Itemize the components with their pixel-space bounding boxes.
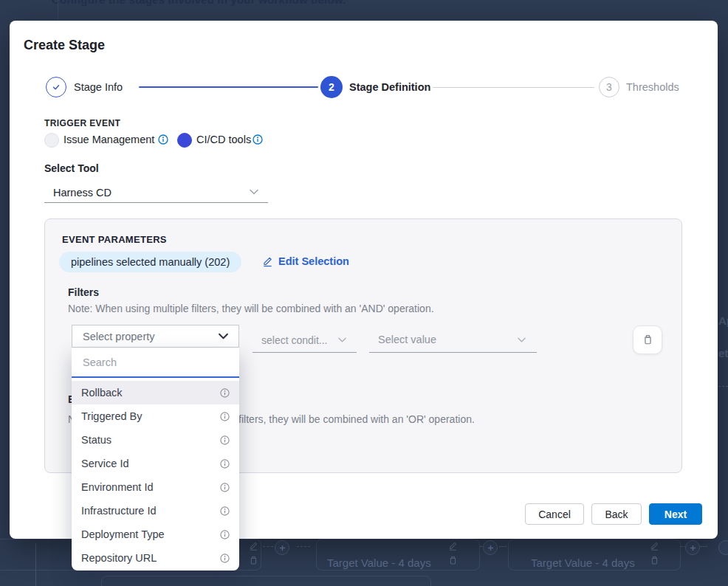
trigger-event-label: TRIGGER EVENT (44, 118, 120, 128)
value-select[interactable]: Select value (378, 334, 436, 345)
info-icon[interactable] (220, 435, 230, 445)
chevron-down-icon (219, 333, 228, 339)
check-icon (51, 82, 61, 92)
dropdown-item-triggered-by[interactable]: Triggered By (72, 404, 239, 428)
select-tool-label: Select Tool (44, 162, 99, 174)
step-1-label[interactable]: Stage Info (74, 81, 123, 93)
add-stage-button (275, 540, 289, 555)
property-dropdown: Rollback Triggered By Status Service Id … (72, 348, 239, 571)
edit-icon (262, 255, 273, 267)
add-stage-button (718, 540, 728, 555)
workflow-card-row2 (101, 576, 431, 586)
dropdown-item-environment-id[interactable]: Environment Id (72, 475, 239, 499)
event-parameters-heading: EVENT PARAMETERS (62, 234, 167, 245)
edit-selection-button[interactable]: Edit Selection (262, 255, 349, 267)
edit-icon (448, 541, 458, 551)
cancel-button[interactable]: Cancel (525, 503, 584, 525)
trash-icon (650, 556, 659, 565)
info-icon[interactable] (220, 506, 230, 516)
radio-cicd-tools[interactable] (177, 133, 192, 148)
radio-issue-management[interactable] (44, 133, 59, 148)
dropdown-list: Rollback Triggered By Status Service Id … (72, 378, 239, 570)
dropdown-item-repository-url[interactable]: Repository URL (72, 546, 239, 570)
background-card-edge (58, 0, 58, 21)
property-select[interactable]: Select property (72, 325, 239, 348)
trash-icon (642, 334, 653, 345)
info-icon[interactable] (220, 530, 230, 540)
select-tool-underline (44, 202, 268, 203)
info-icon[interactable] (220, 483, 230, 492)
modal-title: Create Stage (24, 38, 105, 53)
value-select-underline (369, 352, 537, 353)
info-icon[interactable] (220, 412, 230, 421)
select-tool-value[interactable]: Harness CD (53, 187, 111, 199)
edit-icon (650, 541, 659, 551)
connector-dash (499, 546, 506, 547)
edit-icon (249, 541, 258, 551)
radio-issue-management-label[interactable]: Issue Management (63, 134, 154, 145)
connector-dash (263, 546, 273, 547)
connector-dash (718, 386, 728, 387)
filters-note: Note: When using multiple filters, they … (68, 303, 434, 314)
background-page-heading: Configure the stages involved in your wo… (52, 0, 346, 6)
condition-select-underline (253, 352, 357, 353)
dropdown-item-rollback[interactable]: Rollback (72, 381, 239, 404)
dropdown-search[interactable] (72, 348, 239, 378)
condition-select[interactable]: select condit... (261, 334, 328, 346)
info-icon[interactable] (158, 134, 168, 145)
delete-filter-button[interactable] (633, 325, 662, 354)
next-button[interactable]: Next (649, 503, 702, 525)
info-icon[interactable] (220, 554, 230, 563)
trash-icon (448, 556, 458, 565)
info-icon[interactable] (220, 459, 230, 469)
stepper-connector-done (139, 86, 318, 88)
chevron-down-icon[interactable] (518, 337, 526, 342)
background-text-fragment: Ap (718, 314, 728, 327)
add-stage-button (483, 540, 498, 555)
filters-heading: Filters (68, 286, 99, 298)
connector-dash (297, 546, 310, 547)
search-input[interactable] (81, 356, 230, 369)
step-3-circle: 3 (599, 77, 619, 97)
back-button[interactable]: Back (591, 503, 642, 525)
info-icon[interactable] (220, 388, 230, 398)
step-3-label: Thresholds (626, 81, 679, 93)
dropdown-item-infrastructure-id[interactable]: Infrastructure Id (72, 499, 239, 523)
dropdown-item-status[interactable]: Status (72, 428, 239, 452)
screen: Configure the stages involved in your wo… (0, 0, 728, 586)
background-text-fragment: et (718, 347, 728, 359)
edit-selection-label: Edit Selection (278, 255, 349, 267)
dropdown-item-service-id[interactable]: Service Id (72, 452, 239, 475)
add-stage-button (685, 540, 700, 555)
property-select-placeholder: Select property (83, 331, 219, 342)
workflow-card-label: Target Value - 4 days (531, 556, 635, 569)
radio-cicd-tools-label[interactable]: CI/CD tools (196, 134, 251, 145)
chevron-down-icon[interactable] (338, 337, 346, 342)
step-2-circle[interactable]: 2 (320, 76, 343, 98)
workflow-connector-line (35, 543, 36, 586)
step-1-circle[interactable] (46, 77, 66, 97)
selection-pill: pipelines selected manually (202) (59, 252, 241, 272)
info-icon[interactable] (253, 134, 263, 145)
chevron-down-icon[interactable] (250, 189, 258, 195)
step-2-label[interactable]: Stage Definition (349, 81, 430, 93)
stepper-connector-todo (433, 87, 594, 88)
workflow-card-label: Target Value - 4 days (327, 556, 431, 569)
trash-icon (249, 556, 258, 565)
connector-dash (700, 546, 707, 547)
dropdown-item-deployment-type[interactable]: Deployment Type (72, 523, 239, 546)
